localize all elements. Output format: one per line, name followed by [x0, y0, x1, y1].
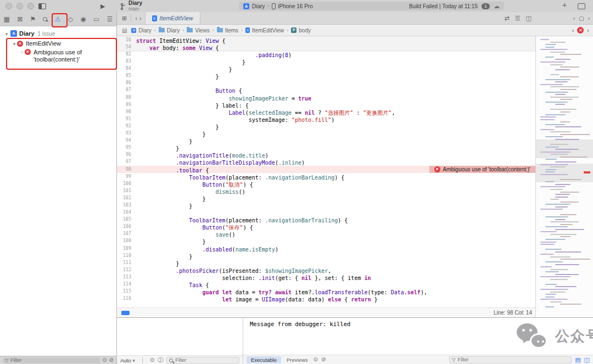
- code-line-114[interactable]: 114 Task {: [117, 281, 535, 288]
- line-number[interactable]: 111: [117, 259, 131, 266]
- related-items-grid-icon[interactable]: ⊞: [122, 15, 127, 22]
- line-number[interactable]: 101: [117, 187, 131, 194]
- code-line-98[interactable]: 98 .toolbar {×Ambiguous use of 'toolbar(…: [117, 166, 535, 173]
- breadcrumb-symbol-body[interactable]: P body: [291, 27, 311, 33]
- code-line-93[interactable]: 93 }: [117, 130, 535, 137]
- breadcrumb-group-items[interactable]: Items: [217, 27, 238, 33]
- line-number[interactable]: 106: [117, 223, 131, 230]
- previous-issue-icon[interactable]: ‹: [572, 27, 574, 33]
- disclosure-open-icon[interactable]: ▾: [4, 31, 9, 37]
- show-only-errors-icon[interactable]: ⊘: [109, 357, 114, 363]
- line-number[interactable]: 114: [117, 281, 131, 288]
- code-line-85[interactable]: 85 }: [117, 72, 535, 79]
- code-line-96[interactable]: 96 .navigationTitle(mode.title): [117, 151, 535, 158]
- line-number[interactable]: 105: [117, 216, 131, 223]
- issue-navigator-icon[interactable]: ⚠: [55, 15, 61, 23]
- split-editor-icon[interactable]: ▢: [579, 15, 584, 21]
- code-line-101[interactable]: 101 dismiss(): [117, 187, 535, 194]
- line-number[interactable]: 102: [117, 194, 131, 201]
- zoom-window-button[interactable]: [27, 3, 34, 9]
- line-number[interactable]: 115: [117, 288, 131, 295]
- debug-navigator-icon[interactable]: ◉: [80, 15, 86, 23]
- code-line-102[interactable]: 102 }: [117, 194, 535, 201]
- breadcrumb-file[interactable]: S ItemEditView: [245, 27, 284, 33]
- bookmark-navigator-icon[interactable]: ⚑: [30, 15, 36, 23]
- inline-error-banner[interactable]: ×Ambiguous use of 'toolbar(content:)': [429, 166, 535, 173]
- code-line-116[interactable]: 116 let image = UIImage(data: data) else…: [117, 295, 535, 302]
- line-number[interactable]: 97: [117, 158, 131, 165]
- line-number[interactable]: 85: [117, 72, 131, 79]
- line-number[interactable]: 108: [117, 237, 131, 244]
- forward-button[interactable]: ›: [139, 15, 142, 21]
- line-number[interactable]: 98: [117, 166, 131, 173]
- find-navigator-icon[interactable]: [43, 15, 47, 23]
- line-number[interactable]: 82: [117, 51, 131, 58]
- code-line-109[interactable]: 109 .disabled(name.isEmpty): [117, 245, 535, 252]
- line-number[interactable]: 100: [117, 180, 131, 187]
- show-console-pane-icon[interactable]: ◫: [584, 356, 590, 363]
- minimize-window-button[interactable]: [16, 3, 23, 9]
- globe-icon[interactable]: ⊘: [321, 356, 326, 363]
- code-line-105[interactable]: 105 ToolbarItem(placement: .navigationBa…: [117, 216, 535, 223]
- minimap[interactable]: [535, 36, 593, 317]
- code-line-108[interactable]: 108 }: [117, 237, 535, 244]
- source-control-navigator-icon[interactable]: ⊠: [17, 15, 23, 23]
- code-line-95[interactable]: 95 }: [117, 144, 535, 151]
- breakpoint-navigator-icon[interactable]: ▭: [93, 15, 99, 23]
- run-destination[interactable]: iPhone 16 Pro: [278, 3, 312, 9]
- code-line-91[interactable]: 91 systemImage: "photo.fill"): [117, 115, 535, 122]
- line-number[interactable]: 54: [117, 43, 131, 51]
- show-only-recent-icon[interactable]: ⊙: [102, 357, 107, 363]
- line-number[interactable]: 113: [117, 273, 131, 281]
- code-line-84[interactable]: 84 }: [117, 65, 535, 72]
- line-number[interactable]: 110: [117, 252, 131, 259]
- scheme-name[interactable]: Diary: [252, 3, 265, 9]
- issue-count-badge[interactable]: 1: [482, 3, 490, 9]
- code-line-16[interactable]: 16struct ItemEditView: View {: [117, 36, 535, 43]
- show-variables-pane-icon[interactable]: ▤: [575, 356, 580, 363]
- line-number[interactable]: 112: [117, 266, 131, 273]
- breadcrumb-project[interactable]: A Diary: [131, 27, 151, 33]
- tab-itemeditview[interactable]: S ItemEditView: [145, 12, 200, 24]
- code-line-87[interactable]: 87 Button {: [117, 86, 535, 93]
- line-number[interactable]: 92: [117, 122, 131, 130]
- code-line-107[interactable]: 107 save(): [117, 230, 535, 237]
- line-number[interactable]: 94: [117, 137, 131, 144]
- clock-icon[interactable]: ⊙: [314, 356, 318, 363]
- editor-layout-button[interactable]: [578, 3, 585, 12]
- code-line-54[interactable]: 54 var body: some View {: [117, 43, 535, 51]
- breadcrumb-group-diary[interactable]: Diary: [159, 27, 180, 33]
- close-window-button[interactable]: [5, 3, 12, 9]
- code-line-94[interactable]: 94 }: [117, 137, 535, 144]
- code-review-icon[interactable]: ⇄: [505, 15, 510, 22]
- run-button[interactable]: ▶: [100, 2, 105, 10]
- console-filter-field[interactable]: ▽ Filter: [449, 356, 572, 363]
- next-issue-icon[interactable]: ›: [587, 27, 589, 33]
- line-number[interactable]: 96: [117, 151, 131, 158]
- library-button[interactable]: +: [562, 1, 567, 9]
- scope-selector[interactable]: Auto ▾: [120, 357, 135, 363]
- navigator-filter-field[interactable]: ▽ Filter: [3, 357, 100, 363]
- related-items-icon[interactable]: ▤: [122, 27, 127, 33]
- code-line-111[interactable]: 111 }: [117, 259, 535, 266]
- console-collapsed-indicator[interactable]: [121, 311, 130, 315]
- code-line-106[interactable]: 106 Button("保存") {: [117, 223, 535, 230]
- line-number[interactable]: 116: [117, 295, 131, 302]
- error-indicator-icon[interactable]: ×: [577, 27, 584, 33]
- line-number[interactable]: 86: [117, 79, 131, 86]
- issue-group-row[interactable]: ▾ × ItemEditView: [0, 37, 116, 47]
- code-line-88[interactable]: 88 showingImagePicker = true: [117, 94, 535, 101]
- line-number[interactable]: 84: [117, 65, 131, 72]
- code-line-90[interactable]: 90 Label(selectedImage == nil ? "选择图片" :…: [117, 108, 535, 115]
- add-editor-icon[interactable]: ◫: [526, 15, 532, 22]
- show-variables-icon[interactable]: ⊙: [150, 357, 154, 363]
- back-button[interactable]: ‹: [135, 15, 137, 21]
- test-navigator-icon[interactable]: ◇: [68, 15, 73, 23]
- build-status[interactable]: Build Failed | Today at 11:15: [409, 3, 478, 9]
- chevron-right-icon[interactable]: ›: [588, 15, 590, 21]
- line-number[interactable]: 99: [117, 173, 131, 180]
- variables-filter-field[interactable]: Filter: [166, 357, 239, 364]
- line-number[interactable]: 104: [117, 209, 131, 216]
- code-line-104[interactable]: 104: [117, 209, 535, 216]
- line-number[interactable]: 107: [117, 230, 131, 237]
